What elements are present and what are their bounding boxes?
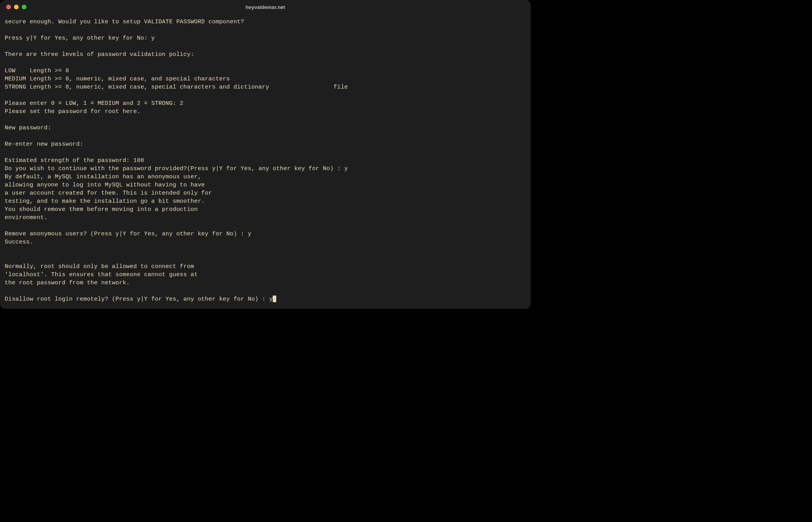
terminal-line: Press y|Y for Yes, any other key for No:… (5, 35, 155, 42)
terminal-line: Please set the password for root here. (5, 108, 141, 115)
terminal-line: STRONG Length >= 8, numeric, mixed case,… (5, 84, 348, 90)
maximize-icon[interactable] (22, 5, 26, 9)
terminal-line: Estimated strength of the password: 100 (5, 157, 144, 164)
terminal-line: 'localhost'. This ensures that someone c… (5, 271, 198, 278)
terminal-window: heyvaldemar.net secure enough. Would you… (0, 0, 531, 309)
window-title: heyvaldemar.net (0, 4, 531, 10)
terminal-line: You should remove them before moving int… (5, 206, 198, 213)
terminal-line: Success. (5, 239, 33, 245)
titlebar: heyvaldemar.net (0, 0, 531, 14)
terminal-current-line: Disallow root login remotely? (Press y|Y… (5, 296, 273, 303)
terminal-line: environment. (5, 214, 47, 221)
terminal-line: Re-enter new password: (5, 141, 83, 148)
terminal-line: Please enter 0 = LOW, 1 = MEDIUM and 2 =… (5, 100, 183, 107)
terminal-line: allowing anyone to log into MySQL withou… (5, 182, 205, 188)
terminal-line: testing, and to make the installation go… (5, 198, 205, 205)
terminal-line: Normally, root should only be allowed to… (5, 263, 194, 270)
terminal-line: LOW Length >= 8 (5, 68, 69, 74)
terminal-line: There are three levels of password valid… (5, 51, 194, 58)
terminal-line: secure enough. Would you like to setup V… (5, 19, 244, 25)
terminal-line: the root password from the network. (5, 280, 130, 286)
close-icon[interactable] (6, 5, 11, 9)
terminal-line: MEDIUM Length >= 8, numeric, mixed case,… (5, 76, 230, 82)
terminal-line: Remove anonymous users? (Press y|Y for Y… (5, 231, 251, 237)
terminal-line: New password: (5, 125, 51, 131)
terminal-line: Do you wish to continue with the passwor… (5, 165, 348, 172)
cursor-icon (273, 296, 276, 302)
terminal-line: a user account created for them. This is… (5, 190, 212, 197)
minimize-icon[interactable] (14, 5, 19, 9)
terminal-line: By default, a MySQL installation has an … (5, 174, 201, 180)
terminal-output[interactable]: secure enough. Would you like to setup V… (0, 14, 531, 309)
window-controls (0, 5, 26, 9)
